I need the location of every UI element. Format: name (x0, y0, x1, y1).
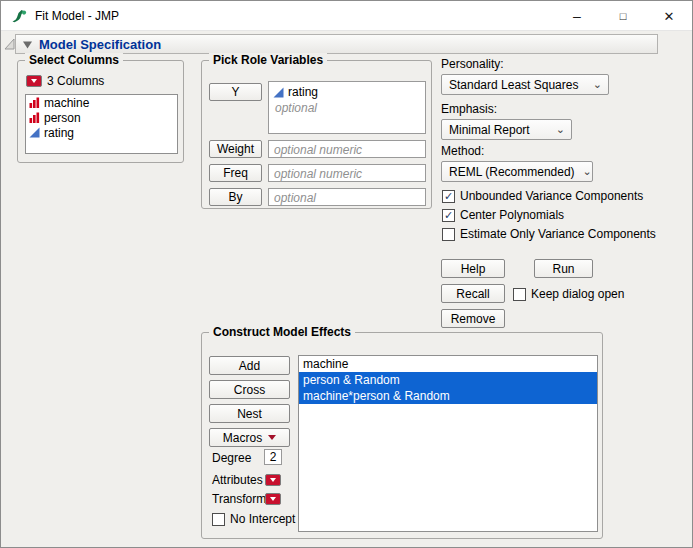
by-role-button[interactable]: By (209, 188, 262, 206)
column-item-rating[interactable]: rating (26, 125, 177, 140)
nominal-icon (29, 112, 40, 123)
column-item-machine[interactable]: machine (26, 95, 177, 110)
column-name: rating (44, 126, 74, 140)
columns-count-label: 3 Columns (47, 74, 104, 88)
fit-model-window: Fit Model - JMP – □ ✕ Model Specificatio… (0, 0, 693, 548)
y-role-value: rating (288, 85, 318, 99)
freq-role-box[interactable]: optional numeric (268, 164, 426, 182)
effect-text: person & Random (303, 373, 400, 387)
checkbox-checked-icon[interactable]: ✓ (442, 209, 455, 222)
no-intercept-row[interactable]: No Intercept (212, 512, 295, 526)
select-columns-group: Select Columns 3 Columns machine person (17, 60, 184, 163)
close-button[interactable]: ✕ (646, 1, 692, 31)
by-placeholder: optional (269, 189, 425, 205)
construct-model-effects-title: Construct Model Effects (209, 325, 355, 339)
center-polynomials-checkbox-row[interactable]: ✓ Center Polynomials (442, 208, 564, 222)
attributes-menu-icon[interactable] (265, 474, 281, 486)
keep-dialog-label: Keep dialog open (531, 287, 624, 301)
columns-listbox: machine person rating (25, 94, 178, 154)
select-columns-title: Select Columns (25, 53, 123, 67)
transform-label: Transform (212, 492, 266, 506)
chevron-down-icon: ⌄ (556, 124, 565, 135)
column-name: machine (44, 96, 89, 110)
weight-role-button[interactable]: Weight (209, 140, 262, 158)
effect-item[interactable]: person & Random (299, 372, 597, 388)
personality-select[interactable]: Standard Least Squares ⌄ (441, 74, 609, 95)
disclosure-triangle-icon[interactable] (22, 39, 33, 50)
chevron-down-icon: ⌄ (583, 166, 592, 177)
minimize-button[interactable]: – (554, 1, 600, 31)
maximize-button[interactable]: □ (600, 1, 646, 31)
freq-placeholder: optional numeric (269, 165, 425, 181)
macros-button[interactable]: Macros (209, 428, 290, 447)
method-value: REML (Recommended) (449, 165, 575, 179)
by-role-box[interactable]: optional (268, 188, 426, 206)
weight-placeholder: optional numeric (269, 141, 425, 157)
add-button[interactable]: Add (209, 356, 290, 375)
pick-role-variables-title: Pick Role Variables (209, 53, 327, 67)
checkbox-checked-icon[interactable]: ✓ (442, 190, 455, 203)
macros-label: Macros (223, 431, 262, 445)
construct-model-effects-group: Construct Model Effects Add Cross Nest M… (201, 332, 603, 539)
model-specification-title: Model Specification (39, 37, 161, 52)
titlebar: Fit Model - JMP – □ ✕ (1, 1, 692, 31)
effect-item[interactable]: machine (299, 356, 597, 372)
no-intercept-label: No Intercept (230, 512, 295, 526)
keep-dialog-open-row[interactable]: Keep dialog open (513, 287, 624, 301)
chevron-down-icon: ⌄ (593, 79, 602, 90)
unbounded-variance-checkbox-row[interactable]: ✓ Unbounded Variance Components (442, 189, 643, 203)
freq-role-button[interactable]: Freq (209, 164, 262, 182)
personality-value: Standard Least Squares (449, 78, 578, 92)
effect-text: machine (303, 357, 348, 371)
personality-label: Personality: (441, 57, 504, 71)
run-button[interactable]: Run (534, 259, 593, 278)
y-role-button[interactable]: Y (209, 83, 262, 101)
effects-listbox: machine person & Random machine*person &… (298, 355, 598, 532)
help-button[interactable]: Help (441, 259, 505, 278)
attributes-label: Attributes (212, 473, 263, 487)
recall-button[interactable]: Recall (441, 284, 505, 303)
pick-role-variables-group: Pick Role Variables Y rating optional We… (201, 60, 432, 209)
y-role-box[interactable]: rating optional (268, 81, 426, 134)
no-intercept-checkbox[interactable] (212, 513, 225, 526)
outline-collapse-icon[interactable] (4, 37, 15, 50)
cross-button[interactable]: Cross (209, 380, 290, 399)
model-specification-header[interactable]: Model Specification (15, 34, 658, 54)
estimate-only-variance-checkbox-row[interactable]: Estimate Only Variance Components (442, 227, 656, 241)
effect-item[interactable]: machine*person & Random (299, 388, 597, 404)
continuous-icon (273, 87, 284, 98)
checkbox-label: Center Polynomials (460, 208, 564, 222)
transform-menu-icon[interactable] (265, 493, 281, 505)
macros-dropdown-icon (268, 435, 276, 440)
remove-button[interactable]: Remove (441, 309, 505, 328)
degree-input[interactable]: 2 (264, 449, 282, 465)
weight-role-box[interactable]: optional numeric (268, 140, 426, 158)
keep-dialog-checkbox[interactable] (513, 288, 526, 301)
window-title: Fit Model - JMP (35, 9, 119, 23)
emphasis-value: Minimal Report (449, 123, 530, 137)
checkbox-label: Unbounded Variance Components (460, 189, 643, 203)
degree-label: Degree (212, 451, 251, 465)
method-label: Method: (441, 144, 484, 158)
checkbox-label: Estimate Only Variance Components (460, 227, 656, 241)
effect-text: machine*person & Random (303, 389, 450, 403)
nest-button[interactable]: Nest (209, 404, 290, 423)
checkbox-unchecked-icon[interactable] (442, 228, 455, 241)
emphasis-select[interactable]: Minimal Report ⌄ (441, 119, 572, 140)
y-role-optional: optional (269, 99, 425, 115)
column-name: person (44, 111, 81, 125)
nominal-icon (29, 97, 40, 108)
continuous-icon (29, 127, 40, 138)
column-item-person[interactable]: person (26, 110, 177, 125)
method-select[interactable]: REML (Recommended) ⌄ (441, 161, 593, 182)
columns-menu-icon[interactable] (26, 75, 42, 87)
emphasis-label: Emphasis: (441, 102, 497, 116)
jmp-app-icon (11, 8, 27, 24)
